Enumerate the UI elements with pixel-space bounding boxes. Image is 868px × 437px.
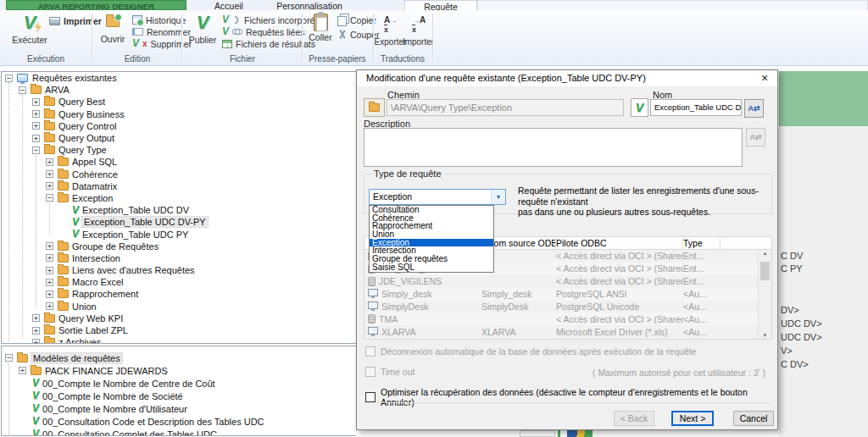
imprimer-button[interactable]: Imprimer bbox=[49, 15, 102, 26]
dropdown-option-consultation[interactable]: Consultation bbox=[370, 206, 493, 214]
chevron-down-icon[interactable]: ▾ bbox=[491, 190, 505, 204]
tree-item-exception-table-udc-dv[interactable]: VException_Table UDC DV bbox=[2, 204, 357, 216]
expand-icon[interactable]: + bbox=[46, 279, 53, 286]
exporter-button[interactable]: A→x Exporter bbox=[376, 12, 404, 47]
expand-icon[interactable]: + bbox=[46, 182, 53, 190]
expand-icon[interactable]: + bbox=[32, 339, 40, 344]
collapse-icon[interactable]: − bbox=[46, 194, 53, 202]
collapse-icon[interactable]: − bbox=[19, 86, 26, 94]
expand-icon[interactable]: + bbox=[46, 170, 53, 178]
coller-button[interactable]: Coller bbox=[306, 12, 335, 42]
table-row: TMA< Accès direct via OCI > (Shared)<Au.… bbox=[364, 313, 758, 325]
importer-button[interactable]: →Ax Importer bbox=[404, 12, 432, 47]
tree-item-query-business[interactable]: +Query Business bbox=[2, 108, 357, 120]
chemin-field[interactable]: \ARVA\Query Type\Exception bbox=[387, 99, 624, 116]
tree-item-arva[interactable]: −ARVA bbox=[2, 84, 357, 96]
collapse-icon[interactable]: − bbox=[5, 75, 13, 82]
expand-icon[interactable]: + bbox=[46, 254, 53, 262]
dropdown-option-rapprochement[interactable]: Rapprochement bbox=[370, 222, 493, 230]
tree-item-consultation-code-description[interactable]: V00_Consultation Code et Description des… bbox=[2, 415, 357, 428]
modify-query-dialog: Modification d'une requête existante (Ex… bbox=[356, 69, 778, 430]
tree-item-compte-societe[interactable]: V00_Compte le Nombre de Société bbox=[2, 390, 357, 402]
tree-guide bbox=[22, 94, 23, 338]
tree-item-exception-table-udc-dv-py[interactable]: VException_Table UDC DV-PY bbox=[2, 216, 357, 228]
dropdown-option-intersection[interactable]: Intersection bbox=[370, 246, 493, 255]
scroll-down-icon[interactable]: ▾ bbox=[764, 332, 767, 339]
tree-item-z-archives[interactable]: +z Archives bbox=[2, 336, 357, 344]
tree-item-query-type[interactable]: −Query Type bbox=[2, 144, 357, 156]
scrollbar-thumb[interactable] bbox=[760, 262, 770, 280]
publier-button[interactable]: V Publier bbox=[186, 12, 220, 45]
tab-accueil[interactable]: Accueil bbox=[198, 0, 259, 10]
ouvrir-button[interactable]: Ouvrir bbox=[96, 12, 130, 44]
optimiser-checkbox-row[interactable]: Optimiser la récupération des données (d… bbox=[365, 387, 777, 407]
copier-button[interactable]: Copier bbox=[337, 14, 376, 25]
tree-item-query-best[interactable]: +Query Best bbox=[2, 96, 357, 108]
tree-item-appel-sql[interactable]: +Appel SQL bbox=[2, 156, 357, 168]
expand-icon[interactable]: + bbox=[32, 314, 40, 322]
expand-icon[interactable]: + bbox=[32, 135, 40, 142]
optimiser-checkbox[interactable] bbox=[365, 392, 376, 402]
tab-personnalisation[interactable]: Personnalisation bbox=[259, 0, 359, 10]
tree-item-sortie-label-zpl[interactable]: +Sortie Label ZPL bbox=[2, 324, 357, 336]
tree-item-query-output[interactable]: +Query Output bbox=[2, 132, 357, 144]
cancel-button[interactable]: Cancel bbox=[733, 411, 774, 426]
fichiers-incorpores-button[interactable]: V Fichiers incorporés bbox=[222, 14, 320, 25]
next-button[interactable]: Next > bbox=[671, 411, 714, 426]
close-icon[interactable]: × bbox=[752, 70, 777, 86]
tree-item-union[interactable]: +Union bbox=[2, 301, 357, 313]
executer-button[interactable]: V Exécuter bbox=[7, 12, 53, 45]
table-scrollbar[interactable]: ▴ ▾ bbox=[758, 250, 771, 339]
expand-icon[interactable]: + bbox=[46, 158, 53, 166]
expand-icon[interactable]: + bbox=[46, 302, 53, 310]
dropdown-option-coherence[interactable]: Cohérence bbox=[370, 214, 493, 223]
tree-item-modeles-de-requetes[interactable]: −Modèles de requêtes bbox=[2, 351, 357, 364]
expand-icon[interactable]: + bbox=[32, 327, 40, 335]
expand-icon[interactable]: + bbox=[46, 267, 53, 274]
folder-icon bbox=[31, 367, 42, 375]
folder-icon bbox=[58, 242, 69, 251]
tree-item-rapprochement[interactable]: +Rapprochement bbox=[2, 288, 357, 300]
dropdown-option-groupe-de-requetes[interactable]: Groupe de requêtes bbox=[370, 255, 493, 263]
tree-item-query-web-kpi[interactable]: +Query Web KPI bbox=[2, 313, 357, 324]
tree-item-pack-finance-jdewards[interactable]: +PACK FINANCE JDEWARDS bbox=[2, 364, 357, 377]
query-type-combobox[interactable]: Exception ▾ bbox=[369, 189, 506, 205]
dropdown-option-exception[interactable]: Exception bbox=[370, 239, 493, 247]
tree-item-compte-utilisateur[interactable]: V00_Compte le Nombre d'Utilisateur bbox=[2, 402, 357, 415]
folder-icon bbox=[44, 338, 55, 344]
dropdown-option-saisie-sql[interactable]: Saisie SQL bbox=[370, 263, 493, 272]
description-field[interactable] bbox=[364, 128, 743, 167]
nom-field[interactable]: Exception_Table UDC DV-PY bbox=[650, 99, 742, 116]
expand-icon[interactable]: + bbox=[46, 242, 53, 250]
expand-icon[interactable]: + bbox=[46, 290, 53, 298]
dropdown-option-union[interactable]: Union bbox=[370, 230, 493, 239]
tree-item-coherence[interactable]: +Cohérence bbox=[2, 169, 357, 180]
query-v-icon: V bbox=[72, 230, 79, 239]
tree-item-macro-excel[interactable]: +Macro Excel bbox=[2, 276, 357, 288]
tree-item-exception[interactable]: −Exception bbox=[2, 192, 357, 204]
open-folder-icon bbox=[106, 17, 120, 27]
tree-item-liens-autres-requetes[interactable]: +Liens avec d'autres Requêtes bbox=[2, 264, 357, 276]
collapse-icon[interactable]: − bbox=[5, 354, 13, 362]
tree-item-groupe-de-requetes[interactable]: +Groupe de Requêtes bbox=[2, 241, 357, 252]
collapse-icon[interactable]: − bbox=[32, 147, 40, 154]
path-folder-button[interactable] bbox=[364, 98, 385, 117]
tree-guide bbox=[36, 155, 36, 307]
query-type-dropdown: Consultation Cohérence Rapprochement Uni… bbox=[369, 205, 494, 273]
historique-button[interactable]: Historique bbox=[132, 14, 186, 25]
expand-icon[interactable]: + bbox=[32, 110, 40, 118]
scroll-up-icon[interactable]: ▴ bbox=[764, 250, 767, 257]
tree-item-exception-table-udc-py[interactable]: VException_Table UDC PY bbox=[2, 228, 357, 240]
tree-item-consultation-complet[interactable]: V00_Consultation Complet des Tables UDC bbox=[2, 428, 357, 436]
expand-icon[interactable]: + bbox=[32, 122, 40, 130]
translate-name-button[interactable]: A⇄ bbox=[744, 99, 764, 118]
tree-item-datamatrix[interactable]: +Datamatrix bbox=[2, 180, 357, 192]
tree-item-compte-centre-cout[interactable]: V00_Compte le Nombre de Centre de Coût bbox=[2, 377, 357, 390]
tab-requete[interactable]: Requête bbox=[404, 0, 477, 10]
tree-item-intersection[interactable]: +Intersection bbox=[2, 252, 357, 264]
tree-item-query-control[interactable]: +Query Control bbox=[2, 120, 357, 132]
tree-item-requetes-existantes[interactable]: −Requêtes existantes bbox=[2, 72, 357, 84]
expand-icon[interactable]: + bbox=[32, 98, 40, 106]
expand-icon[interactable]: + bbox=[19, 367, 26, 374]
requetes-liees-button[interactable]: V Requêtes liées bbox=[222, 26, 304, 37]
